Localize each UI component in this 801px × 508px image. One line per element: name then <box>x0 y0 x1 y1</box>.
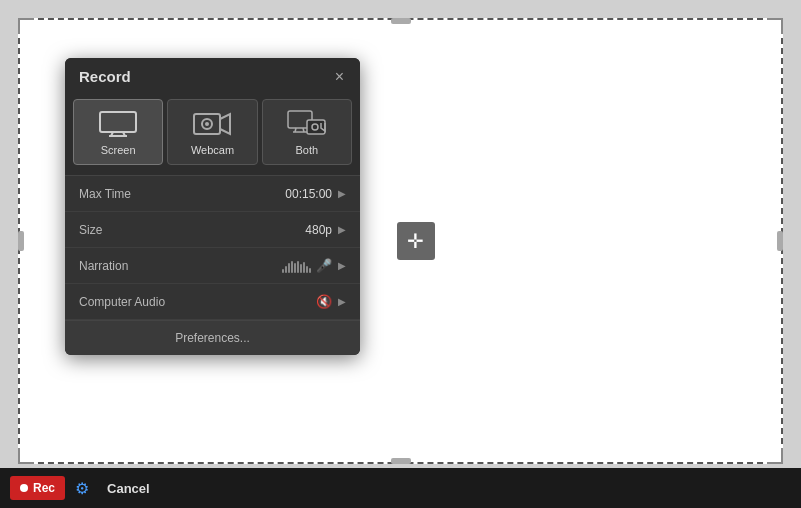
rec-button[interactable]: Rec <box>10 476 65 500</box>
source-screen-button[interactable]: Screen <box>73 99 163 165</box>
gear-icon: ⚙ <box>75 480 89 497</box>
cancel-button[interactable]: Cancel <box>99 477 158 500</box>
source-webcam-button[interactable]: Webcam <box>167 99 257 165</box>
max-time-label: Max Time <box>79 187 285 201</box>
computer-audio-arrow[interactable]: ▶ <box>338 296 346 307</box>
volume-bars <box>282 259 311 273</box>
move-icon: ✛ <box>407 231 424 251</box>
source-selector: Screen Webcam <box>65 93 360 175</box>
dialog-title: Record <box>79 68 131 85</box>
max-time-arrow[interactable]: ▶ <box>338 188 346 199</box>
narration-row: Narration 🎤 ▶ <box>65 248 360 284</box>
both-label: Both <box>296 144 319 156</box>
settings-gear-button[interactable]: ⚙ <box>71 475 93 502</box>
screen-icon <box>98 110 138 138</box>
vbar-2 <box>285 266 287 273</box>
source-both-button[interactable]: Both <box>262 99 352 165</box>
svg-point-6 <box>205 122 209 126</box>
edge-handle-right[interactable] <box>777 231 783 251</box>
vbar-5 <box>294 263 296 273</box>
webcam-icon <box>192 110 232 138</box>
size-value: 480p <box>305 223 332 237</box>
rec-label: Rec <box>33 481 55 495</box>
preferences-button[interactable]: Preferences... <box>65 320 360 355</box>
computer-audio-label: Computer Audio <box>79 295 316 309</box>
record-dialog: Record × Screen <box>65 58 360 355</box>
both-icon <box>287 110 327 138</box>
edge-handle-bottom[interactable] <box>391 458 411 464</box>
screen-label: Screen <box>101 144 136 156</box>
webcam-label: Webcam <box>191 144 234 156</box>
vbar-8 <box>303 262 305 273</box>
corner-br <box>767 448 783 464</box>
svg-rect-0 <box>100 112 136 132</box>
edge-handle-left[interactable] <box>18 231 24 251</box>
close-button[interactable]: × <box>333 69 346 85</box>
size-row: Size 480p ▶ <box>65 212 360 248</box>
audio-muted-icon: 🔇 <box>316 294 332 309</box>
move-handle[interactable]: ✛ <box>397 222 435 260</box>
vbar-3 <box>288 263 290 273</box>
narration-arrow[interactable]: ▶ <box>338 260 346 271</box>
max-time-value: 00:15:00 <box>285 187 332 201</box>
corner-tr <box>767 18 783 34</box>
corner-bl <box>18 448 34 464</box>
vbar-1 <box>282 269 284 273</box>
vbar-6 <box>297 261 299 273</box>
vbar-7 <box>300 264 302 273</box>
vbar-9 <box>306 266 308 273</box>
mic-icon: 🎤 <box>316 258 332 273</box>
narration-label: Narration <box>79 259 282 273</box>
bottom-toolbar: Rec ⚙ Cancel <box>0 468 801 508</box>
max-time-row: Max Time 00:15:00 ▶ <box>65 176 360 212</box>
size-label: Size <box>79 223 305 237</box>
vbar-10 <box>309 268 311 273</box>
settings-area: Max Time 00:15:00 ▶ Size 480p ▶ Narratio… <box>65 175 360 320</box>
narration-controls: 🎤 <box>282 258 332 273</box>
size-arrow[interactable]: ▶ <box>338 224 346 235</box>
corner-tl <box>18 18 34 34</box>
edge-handle-top[interactable] <box>391 18 411 24</box>
svg-rect-11 <box>307 120 325 134</box>
dialog-header: Record × <box>65 58 360 93</box>
vbar-4 <box>291 261 293 273</box>
computer-audio-row: Computer Audio 🔇 ▶ <box>65 284 360 320</box>
rec-dot <box>20 484 28 492</box>
